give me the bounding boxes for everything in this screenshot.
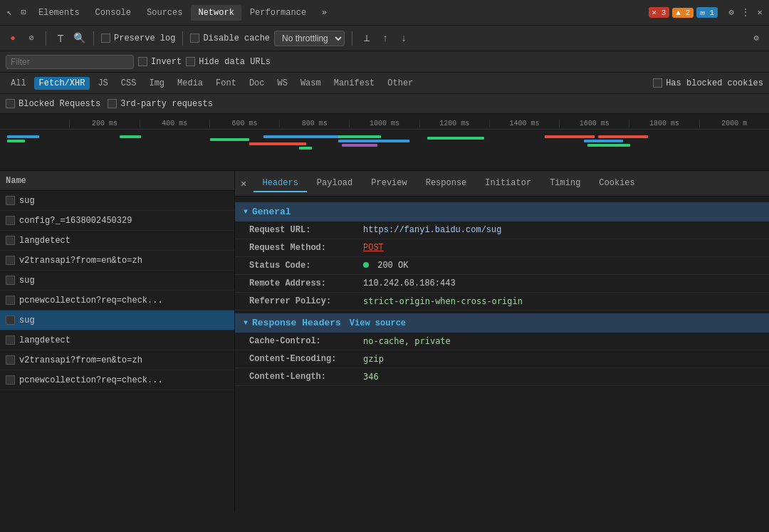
tab-more[interactable]: »: [315, 5, 334, 21]
hide-data-urls-checkbox[interactable]: [186, 57, 195, 66]
network-item-0[interactable]: sug: [0, 191, 234, 211]
toolbar-divider-4: [352, 31, 352, 46]
item-name-7: langdetect: [19, 335, 229, 345]
type-css[interactable]: CSS: [116, 77, 142, 90]
device-icon[interactable]: ⊡: [17, 6, 30, 19]
tab-bar: ↖ ⊡ Elements Console Sources Network Per…: [0, 0, 769, 26]
detail-close-button[interactable]: ✕: [241, 177, 246, 189]
devtools-settings-icon[interactable]: ⚙: [749, 31, 763, 46]
tab-console[interactable]: Console: [88, 5, 138, 21]
detail-tab-headers[interactable]: Headers: [253, 175, 306, 192]
blocked-requests-checkbox[interactable]: [6, 99, 15, 108]
disable-cache-checkbox[interactable]: [190, 33, 199, 43]
hide-data-urls-label[interactable]: Hide data URLs: [186, 57, 271, 67]
item-name-6: sug: [19, 315, 229, 325]
item-checkbox-4[interactable]: [6, 276, 15, 285]
detail-tab-timing[interactable]: Timing: [541, 175, 589, 192]
download-icon[interactable]: ↓: [397, 31, 411, 46]
invert-label[interactable]: Invert: [138, 57, 182, 67]
third-party-requests-checkbox[interactable]: [108, 99, 117, 108]
remote-address-row: Remote Address: 110.242.68.186:443: [235, 275, 769, 293]
request-method-row: Request Method: POST: [235, 239, 769, 257]
filter-input[interactable]: [6, 55, 134, 69]
response-headers-section-header[interactable]: ▼ Response Headers View source: [235, 313, 769, 333]
disable-cache-label[interactable]: Disable cache: [190, 33, 270, 43]
error-badge[interactable]: ✕ 3: [649, 7, 670, 18]
has-blocked-cookies-checkbox[interactable]: [653, 78, 662, 88]
type-all[interactable]: All: [6, 77, 31, 90]
content-encoding-row: Content-Encoding: gzip: [235, 350, 769, 368]
type-js[interactable]: JS: [93, 77, 113, 90]
type-manifest[interactable]: Manifest: [329, 77, 380, 90]
search-button[interactable]: 🔍: [72, 31, 86, 46]
item-checkbox-5[interactable]: [6, 296, 15, 305]
upload-icon[interactable]: ↑: [378, 31, 392, 46]
wf-bar-11: [427, 137, 484, 140]
third-party-requests-label[interactable]: 3rd-party requests: [108, 99, 213, 109]
item-checkbox-3[interactable]: [6, 256, 15, 265]
type-other[interactable]: Other: [382, 77, 418, 90]
filter-bar: Invert Hide data URLs: [0, 51, 769, 73]
network-item-3[interactable]: v2transapi?from=en&to=zh: [0, 251, 234, 271]
settings-icon[interactable]: ⚙: [725, 6, 738, 19]
referrer-policy-value: strict-origin-when-cross-origin: [363, 296, 758, 306]
info-badge[interactable]: ✉ 1: [696, 7, 718, 18]
network-item-5[interactable]: pcnewcollection?req=check...: [0, 291, 234, 311]
network-item-1[interactable]: config?_=1638002450329: [0, 211, 234, 231]
close-icon[interactable]: ✕: [753, 6, 766, 19]
item-checkbox-6[interactable]: [6, 315, 15, 325]
type-img[interactable]: Img: [144, 77, 169, 90]
detail-tab-payload[interactable]: Payload: [308, 175, 361, 192]
item-checkbox-0[interactable]: [6, 196, 15, 205]
network-item-8[interactable]: v2transapi?from=en&to=zh: [0, 350, 234, 370]
type-media[interactable]: Media: [172, 77, 208, 90]
wf-bar-13: [584, 140, 623, 142]
detail-tab-cookies[interactable]: Cookies: [590, 175, 643, 192]
filter-button[interactable]: ⊤: [53, 31, 68, 46]
type-doc[interactable]: Doc: [244, 77, 270, 90]
detail-tab-initiator[interactable]: Initiator: [476, 175, 540, 192]
item-checkbox-1[interactable]: [6, 216, 15, 225]
preserve-log-checkbox[interactable]: [101, 33, 110, 43]
item-checkbox-7[interactable]: [6, 335, 15, 345]
type-ws[interactable]: WS: [272, 77, 292, 90]
status-code-key: Status Code:: [249, 261, 363, 271]
throttle-select[interactable]: No throttling: [274, 31, 345, 46]
warn-badge[interactable]: ▲ 2: [672, 8, 694, 18]
stop-button[interactable]: ⊘: [24, 31, 38, 46]
network-item-2[interactable]: langdetect: [0, 231, 234, 251]
pointer-icon[interactable]: ↖: [3, 6, 16, 19]
badge-group: ✕ 3 ▲ 2 ✉ 1: [649, 7, 719, 18]
toolbar-divider-1: [46, 31, 46, 46]
tick-8: 1600 ms: [559, 120, 629, 127]
tab-elements[interactable]: Elements: [31, 5, 87, 21]
view-source-link[interactable]: View source: [350, 318, 406, 328]
network-list[interactable]: Name sug config?_=1638002450329 langdete…: [0, 171, 235, 512]
network-item-4[interactable]: sug: [0, 271, 234, 291]
network-item-6[interactable]: sug: [0, 311, 234, 330]
network-item-7[interactable]: langdetect: [0, 330, 234, 350]
type-font[interactable]: Font: [211, 77, 241, 90]
type-wasm[interactable]: Wasm: [295, 77, 326, 90]
more-icon[interactable]: ⋮: [739, 6, 752, 19]
detail-tab-response[interactable]: Response: [417, 175, 476, 192]
wf-bar-7: [299, 147, 312, 150]
network-item-9[interactable]: pcnewcollection?req=check...: [0, 370, 234, 390]
item-checkbox-9[interactable]: [6, 375, 15, 385]
content-encoding-key: Content-Encoding:: [249, 354, 363, 364]
tab-network[interactable]: Network: [191, 5, 241, 21]
item-checkbox-2[interactable]: [6, 236, 15, 245]
blocked-requests-label[interactable]: Blocked Requests: [6, 99, 100, 109]
preserve-log-label[interactable]: Preserve log: [101, 33, 175, 43]
general-section-header[interactable]: ▼ General: [235, 202, 769, 221]
tab-sources[interactable]: Sources: [140, 5, 189, 21]
tab-performance[interactable]: Performance: [243, 5, 313, 21]
item-name-2: langdetect: [19, 236, 229, 246]
detail-tab-preview[interactable]: Preview: [362, 175, 415, 192]
type-fetch-xhr[interactable]: Fetch/XHR: [34, 77, 90, 90]
item-checkbox-8[interactable]: [6, 355, 15, 365]
has-blocked-cookies-label[interactable]: Has blocked cookies: [653, 78, 763, 88]
wifi-icon[interactable]: ⊥: [360, 31, 374, 46]
record-button[interactable]: ●: [6, 31, 20, 46]
invert-checkbox[interactable]: [138, 57, 147, 66]
